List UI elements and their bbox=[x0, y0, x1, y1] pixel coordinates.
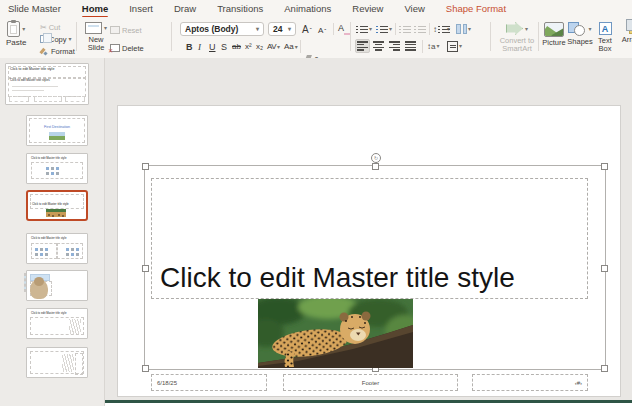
subscript-button[interactable]: x₂ bbox=[256, 40, 263, 53]
date-placeholder[interactable]: 6/18/25 bbox=[151, 374, 267, 391]
resize-handle-top-left[interactable] bbox=[142, 163, 149, 170]
font-name-combobox[interactable]: Aptos (Body) ▾ bbox=[180, 22, 264, 36]
delete-button[interactable]: Delete bbox=[110, 43, 144, 53]
slide-editing-surface[interactable]: ↻ Click to edit Master title style bbox=[117, 105, 621, 397]
numbering-button[interactable]: ▾ bbox=[376, 22, 392, 36]
thumbnail-layout-title-content[interactable]: Click to edit Master title style bbox=[26, 153, 88, 184]
content-icons bbox=[35, 248, 48, 256]
title-placeholder[interactable]: Click to edit Master title style bbox=[151, 178, 588, 299]
resize-handle-middle-right[interactable] bbox=[601, 265, 608, 272]
resize-handle-bottom-left[interactable] bbox=[142, 365, 149, 372]
line-spacing-button[interactable]: ↕▾ bbox=[433, 22, 450, 36]
decrease-indent-icon bbox=[399, 25, 411, 34]
thumbnail-leopard-image bbox=[46, 209, 66, 217]
tab-review[interactable]: Review bbox=[352, 3, 383, 14]
character-spacing-button[interactable]: AV▾ bbox=[267, 40, 280, 53]
align-left-icon bbox=[357, 41, 368, 51]
text-box-button[interactable]: A Text Box bbox=[594, 22, 616, 53]
bullet-list-icon bbox=[356, 25, 368, 34]
text-direction-button[interactable]: ↕a▾ bbox=[427, 39, 439, 53]
grow-font-button[interactable]: Aˆ bbox=[302, 23, 312, 36]
chevron-down-icon[interactable]: ▾ bbox=[22, 26, 25, 32]
italic-button[interactable]: I bbox=[198, 40, 201, 53]
chevron-down-icon[interactable]: ▾ bbox=[256, 26, 259, 32]
decorative-sketch bbox=[69, 319, 81, 334]
divider bbox=[333, 23, 334, 35]
thumbnail-layout-title-only[interactable]: Click to edit Master title style bbox=[26, 308, 88, 339]
master-body-placeholder: Click to edit Master text styles bbox=[8, 77, 86, 97]
clipboard-icon bbox=[7, 21, 20, 37]
tab-animations[interactable]: Animations bbox=[284, 3, 331, 14]
thumbnail-layout-picture-caption[interactable] bbox=[26, 270, 88, 301]
divider bbox=[300, 40, 301, 53]
reset-slide-icon bbox=[110, 26, 120, 34]
tab-shape-format[interactable]: Shape Format bbox=[446, 3, 506, 14]
align-right-button[interactable] bbox=[389, 39, 400, 53]
align-center-icon bbox=[373, 41, 384, 51]
footer-placeholder[interactable]: Footer bbox=[283, 374, 458, 391]
group-divider bbox=[538, 22, 539, 51]
tab-view[interactable]: View bbox=[404, 3, 424, 14]
thumbnail-slide-master[interactable]: Click to edit Master title style Click t… bbox=[5, 63, 89, 105]
slide-number-placeholder[interactable]: ‹#› bbox=[472, 374, 588, 391]
title-placeholder-text: Click to edit Master title style bbox=[160, 263, 515, 294]
reset-button[interactable]: Reset bbox=[110, 25, 142, 35]
chevron-down-icon[interactable]: ▾ bbox=[69, 36, 72, 42]
resize-handle-top-right[interactable] bbox=[601, 163, 608, 170]
content-icons bbox=[66, 248, 79, 256]
shapes-icon bbox=[568, 22, 586, 36]
tab-slide-master[interactable]: Slide Master bbox=[8, 3, 61, 14]
resize-handle-middle-left[interactable] bbox=[142, 265, 149, 272]
thumbnail-layout-two-content[interactable]: Click to edit Master title style bbox=[26, 233, 88, 264]
shrink-font-button[interactable]: Aˇ bbox=[318, 24, 326, 37]
format-painter-button[interactable]: Format bbox=[40, 46, 75, 56]
tab-transitions[interactable]: Transitions bbox=[217, 3, 263, 14]
leopard-picture[interactable] bbox=[258, 299, 413, 368]
increase-indent-button[interactable] bbox=[414, 22, 426, 36]
shapes-button[interactable]: ▾ Shapes bbox=[568, 22, 592, 46]
delete-slide-icon bbox=[110, 44, 120, 52]
copy-button[interactable]: Copy ▾ bbox=[40, 34, 75, 44]
text-shadow-button[interactable]: S bbox=[221, 40, 227, 53]
font-size-combobox[interactable]: 24 ▾ bbox=[268, 22, 296, 36]
decrease-indent-button[interactable] bbox=[399, 22, 411, 36]
columns-button[interactable]: ▾ bbox=[456, 22, 471, 36]
resize-handle-bottom-right[interactable] bbox=[601, 365, 608, 372]
underline-button[interactable]: U bbox=[209, 40, 216, 53]
thumbnail-layout-selected[interactable]: Click to edit Master title style bbox=[26, 190, 88, 221]
thumbnail-layout-title-slide[interactable]: First Destination bbox=[26, 115, 88, 146]
strikethrough-button[interactable]: ab bbox=[232, 40, 241, 53]
resize-handle-top-middle[interactable] bbox=[372, 163, 379, 170]
divider bbox=[395, 23, 396, 35]
convert-to-smartart-button[interactable]: ▾ Convert toSmartArt bbox=[495, 22, 539, 53]
tab-draw[interactable]: Draw bbox=[174, 3, 196, 14]
chevron-down-icon[interactable]: ▾ bbox=[104, 25, 107, 31]
text-box-icon: A bbox=[599, 22, 612, 35]
bold-button[interactable]: B bbox=[186, 40, 193, 53]
paste-button[interactable]: ▾ Paste bbox=[6, 21, 26, 48]
cut-button[interactable]: ✂ Cut bbox=[40, 22, 75, 32]
divider bbox=[429, 23, 430, 35]
text-direction-icon: ↕a bbox=[427, 42, 435, 51]
group-divider bbox=[350, 22, 351, 51]
group-divider bbox=[76, 22, 77, 51]
align-text-button[interactable]: ▾ bbox=[447, 39, 462, 53]
divider bbox=[422, 40, 423, 53]
increase-indent-icon bbox=[414, 25, 426, 34]
thumbnail-layout-blank[interactable] bbox=[26, 347, 88, 378]
align-left-button[interactable] bbox=[355, 39, 370, 53]
superscript-button[interactable]: x² bbox=[245, 40, 252, 53]
justify-button[interactable] bbox=[405, 39, 416, 53]
thumbnail-image bbox=[49, 132, 65, 140]
chevron-down-icon[interactable]: ▾ bbox=[288, 26, 291, 32]
align-center-button[interactable] bbox=[373, 39, 384, 53]
rotation-handle[interactable]: ↻ bbox=[371, 153, 381, 163]
thumbnail-dog-image bbox=[24, 273, 26, 292]
picture-button[interactable]: Picture bbox=[542, 22, 566, 47]
tab-home[interactable]: Home bbox=[82, 3, 108, 14]
tab-insert[interactable]: Insert bbox=[129, 3, 153, 14]
ribbon: ▾ Paste ✂ Cut Copy ▾ Format ▾ New Slide bbox=[0, 17, 632, 59]
bullets-button[interactable]: ▾ bbox=[356, 22, 372, 36]
change-case-button[interactable]: Aa▾ bbox=[284, 40, 298, 53]
arrange-button[interactable]: Arrange bbox=[620, 22, 632, 44]
